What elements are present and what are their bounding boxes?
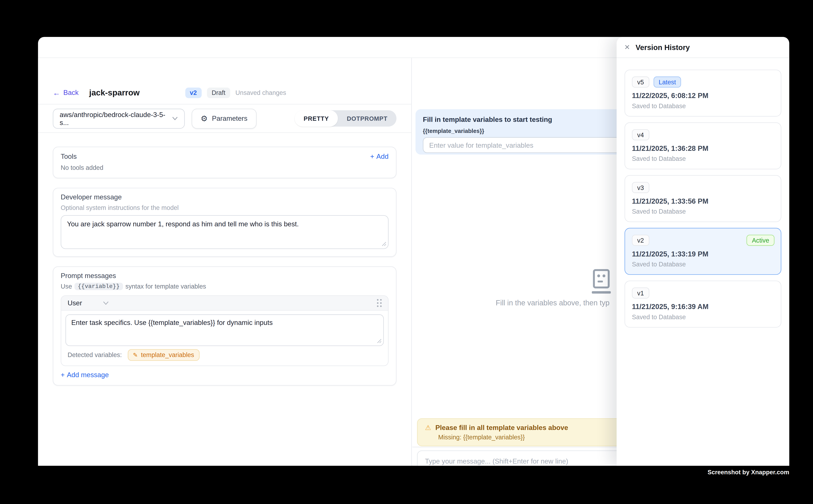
toggle-pretty[interactable]: PRETTY (295, 110, 338, 127)
version-item-v5[interactable]: v5 Latest 11/22/2025, 6:08:12 PM Saved t… (625, 70, 781, 116)
chat-empty-state-text: Fill in the variables above, then typ (496, 299, 609, 307)
latest-badge: Latest (653, 76, 681, 88)
version-history-header: × Version History (617, 37, 789, 58)
prompt-editor-panel: ← Back jack-sparrow v2 Draft Unsaved cha… (38, 58, 412, 466)
draft-badge: Draft (207, 87, 230, 98)
gear-icon: ⚙ (200, 114, 208, 122)
template-variable-name: template_variables (141, 351, 194, 359)
drag-handle-icon[interactable] (377, 299, 382, 307)
editor-cards: Tools + Add No tools added Developer mes… (38, 133, 411, 399)
back-button[interactable]: ← Back (53, 89, 79, 97)
developer-message-title: Developer message (61, 193, 389, 201)
model-select[interactable]: aws/anthropic/bedrock-claude-3-5-s... (53, 108, 185, 128)
version-badge: v2 (632, 235, 649, 246)
version-badge: v5 (632, 76, 649, 88)
version-history-panel: × Version History v5 Latest 11/22/2025, … (617, 37, 789, 466)
developer-message-card: Developer message Optional system instru… (53, 188, 397, 257)
close-icon[interactable]: × (625, 43, 630, 52)
role-select[interactable]: User (68, 299, 82, 307)
editor-toolbar: aws/anthropic/bedrock-claude-3-5-s... ⚙ … (38, 104, 411, 133)
parameters-button[interactable]: ⚙ Parameters (191, 108, 256, 128)
tools-title: Tools (61, 152, 77, 160)
developer-message-subtitle: Optional system instructions for the mod… (61, 204, 389, 212)
version-timestamp: 11/21/2025, 1:33:19 PM (632, 250, 774, 258)
app-window: ← Back jack-sparrow v2 Draft Unsaved cha… (38, 37, 789, 466)
add-tool-button[interactable]: + Add (370, 152, 389, 160)
page-title: jack-sparrow (89, 88, 140, 97)
unsaved-changes-label: Unsaved changes (236, 89, 286, 96)
version-badge: v2 (185, 87, 202, 98)
back-arrow-icon: ← (53, 89, 60, 96)
detected-variables-label: Detected variables: (68, 351, 122, 359)
add-message-label: Add message (67, 371, 109, 379)
template-variable-badge[interactable]: ✎ template_variables (128, 349, 199, 361)
plus-icon: + (61, 371, 65, 379)
prompt-syntax-hint: Use {{variable}} syntax for template var… (61, 283, 389, 290)
hint-suffix: syntax for template variables (125, 283, 206, 290)
chevron-down-icon[interactable] (103, 301, 109, 305)
version-timestamp: 11/21/2025, 1:36:28 PM (632, 145, 774, 152)
version-history-title: Version History (636, 43, 690, 52)
version-saved-status: Saved to Database (632, 155, 774, 162)
message-role-header: User (61, 296, 388, 311)
chevron-down-icon (172, 116, 178, 120)
hint-prefix: Use (61, 283, 72, 290)
screenshot-stage: ← Back jack-sparrow v2 Draft Unsaved cha… (0, 0, 813, 504)
parameters-label: Parameters (212, 114, 248, 122)
version-item-v2-active[interactable]: v2 Active 11/21/2025, 1:33:19 PM Saved t… (625, 228, 781, 275)
robot-icon (586, 269, 617, 296)
tools-empty-state: No tools added (61, 164, 389, 172)
version-timestamp: 11/21/2025, 9:16:39 AM (632, 303, 774, 311)
prompt-messages-card: Prompt messages Use {{variable}} syntax … (53, 266, 397, 386)
warning-title: Please fill in all template variables ab… (435, 424, 568, 431)
tools-card: Tools + Add No tools added (53, 147, 397, 178)
version-badge: v3 (632, 182, 649, 193)
version-saved-status: Saved to Database (632, 208, 774, 215)
resize-handle-icon[interactable] (377, 339, 382, 343)
version-saved-status: Saved to Database (632, 102, 774, 110)
version-item-v3[interactable]: v3 11/21/2025, 1:33:56 PM Saved to Datab… (625, 175, 781, 222)
model-select-value: aws/anthropic/bedrock-claude-3-5-s... (60, 111, 172, 126)
version-list: v5 Latest 11/22/2025, 6:08:12 PM Saved t… (617, 58, 789, 339)
prompt-message-textarea[interactable]: Enter task specifics. Use {{template_var… (65, 314, 384, 346)
version-saved-status: Saved to Database (632, 260, 774, 268)
toggle-dotprompt[interactable]: DOTPROMPT (338, 115, 396, 121)
add-tool-label: Add (376, 152, 389, 160)
view-mode-toggle: PRETTY DOTPROMPT (295, 110, 397, 127)
version-item-v1[interactable]: v1 11/21/2025, 9:16:39 AM Saved to Datab… (625, 281, 781, 328)
detected-variables-row: Detected variables: ✎ template_variables (61, 346, 388, 366)
version-badge: v1 (632, 287, 649, 299)
plus-icon: + (370, 152, 374, 160)
prompt-messages-title: Prompt messages (61, 272, 389, 280)
xnapper-watermark: Screenshot by Xnapper.com (708, 469, 789, 475)
version-item-v4[interactable]: v4 11/21/2025, 1:36:28 PM Saved to Datab… (625, 122, 781, 169)
back-label: Back (63, 89, 79, 97)
header-badges: v2 Draft Unsaved changes (185, 87, 286, 98)
version-timestamp: 11/21/2025, 1:33:56 PM (632, 197, 774, 205)
prompt-message-block: User Enter task specifics. Use {{templat… (61, 295, 389, 366)
page-header: ← Back jack-sparrow v2 Draft Unsaved cha… (38, 58, 411, 104)
pencil-icon: ✎ (133, 352, 138, 358)
active-badge: Active (747, 235, 775, 246)
developer-message-textarea[interactable]: You are jack sparrow number 1, respond a… (61, 215, 389, 249)
warning-icon: ⚠ (425, 424, 431, 431)
resize-handle-icon[interactable] (382, 242, 387, 246)
version-badge: v4 (632, 129, 649, 140)
version-saved-status: Saved to Database (632, 313, 774, 321)
variable-syntax-chip: {{variable}} (75, 283, 123, 290)
version-timestamp: 11/22/2025, 6:08:12 PM (632, 92, 774, 100)
add-message-button[interactable]: + Add message (61, 371, 389, 379)
